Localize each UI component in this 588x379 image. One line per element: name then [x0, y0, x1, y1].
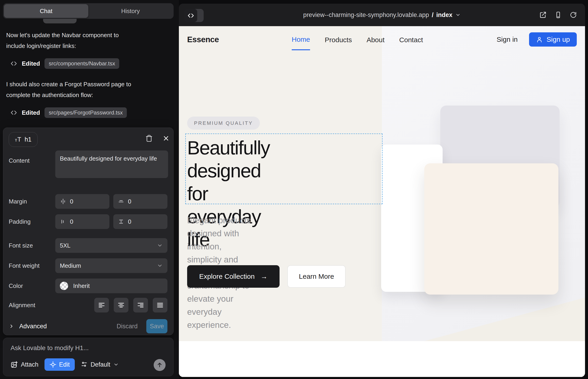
file-chip[interactable]: src/components/Navbar.tsx [45, 58, 119, 69]
file-chip[interactable]: src/pages/ForgotPassword.tsx [45, 107, 127, 118]
chat-message: Now let's update the Navbar component to… [6, 30, 171, 51]
attach-image-icon [11, 361, 18, 368]
padding-x-field[interactable] [55, 214, 109, 229]
open-external-button[interactable] [539, 11, 546, 19]
padding-x-input[interactable] [70, 218, 105, 225]
url-domain: preview--charming-site-symphony.lovable.… [303, 12, 429, 19]
mobile-view-button[interactable] [555, 11, 562, 19]
tab-history-label: History [121, 8, 140, 15]
prompt-input-card: Attach Edit Default [3, 338, 174, 376]
tab-history[interactable]: History [88, 4, 173, 18]
edited-label: Edited [22, 60, 40, 67]
decorative-wedge [424, 298, 585, 341]
edited-file-row[interactable]: Edited src/components/Navbar.tsx [10, 58, 171, 69]
sign-up-label: Sign up [546, 35, 570, 43]
chat-message-list: Now let's update the Navbar component to… [6, 30, 171, 128]
content-textarea[interactable]: Beautifully designed for everyday life [55, 151, 168, 178]
learn-more-button[interactable]: Learn More [287, 265, 346, 288]
font-size-select[interactable]: 5XL [55, 238, 167, 253]
user-icon [536, 36, 543, 43]
save-button[interactable]: Save [146, 319, 167, 333]
site-logo[interactable]: Essence [187, 35, 219, 44]
prompt-controls: Attach Edit Default [11, 358, 167, 371]
font-weight-label: Font weight [9, 262, 39, 269]
padding-vertical-icon [118, 218, 124, 225]
margin-x-field[interactable] [55, 194, 109, 209]
attach-label: Attach [21, 361, 39, 368]
color-select[interactable]: Inherit [55, 279, 167, 293]
sliders-icon [81, 361, 88, 368]
content-label: Content [9, 157, 30, 164]
font-size-label: Font size [9, 242, 33, 249]
margin-y-field[interactable] [113, 194, 167, 209]
type-icon: тT [15, 136, 21, 143]
site-lower-section [179, 341, 585, 377]
chevron-down-icon [157, 263, 163, 269]
padding-y-input[interactable] [128, 218, 163, 225]
align-justify-button[interactable] [153, 298, 167, 313]
nav-link-home[interactable]: Home [292, 29, 310, 50]
padding-y-field[interactable] [113, 214, 167, 229]
edit-mode-button[interactable]: Edit [45, 358, 75, 371]
advanced-label: Advanced [19, 323, 47, 330]
padding-label: Padding [9, 218, 31, 225]
toolbar-actions [539, 4, 577, 26]
mode-label: Default [91, 361, 110, 368]
align-left-button[interactable] [94, 298, 109, 313]
chat-history-tabbar: Chat History [3, 3, 174, 19]
refresh-button[interactable] [570, 11, 577, 19]
margin-x-input[interactable] [70, 198, 105, 205]
font-weight-select[interactable]: Medium [55, 258, 167, 273]
chat-message: I should also create a Forgot Password p… [6, 79, 171, 100]
attach-button[interactable]: Attach [11, 361, 39, 368]
sign-in-link[interactable]: Sign in [497, 35, 518, 43]
margin-horizontal-icon [60, 198, 66, 205]
edited-label: Edited [22, 109, 40, 116]
hero-section: Essence Home Products About Contact Sign… [179, 26, 585, 341]
nav-link-products[interactable]: Products [325, 29, 352, 50]
sign-up-button[interactable]: Sign up [529, 32, 577, 47]
chevron-down-icon [455, 12, 461, 18]
site-canvas: Essence Home Products About Contact Sign… [179, 26, 585, 377]
chevron-down-icon [157, 242, 163, 249]
preview-url-bar[interactable]: preview--charming-site-symphony.lovable.… [179, 4, 585, 26]
alignment-label: Alignment [9, 302, 35, 309]
align-right-button[interactable] [133, 298, 148, 313]
color-value: Inherit [73, 283, 90, 289]
premium-quality-badge: PREMIUM QUALITY [187, 117, 260, 130]
delete-element-button[interactable] [144, 133, 154, 143]
prompt-input[interactable] [11, 344, 157, 352]
nav-actions: Sign in Sign up [497, 32, 577, 47]
scrolled-file-chip [43, 19, 77, 23]
margin-y-input[interactable] [128, 198, 163, 205]
color-value-wrap: Inherit [60, 282, 90, 290]
code-icon [10, 109, 17, 116]
tab-chat[interactable]: Chat [4, 4, 88, 18]
margin-vertical-icon [118, 198, 124, 205]
chat-panel: Chat History Now let's update the Navbar… [0, 0, 179, 379]
explore-collection-button[interactable]: Explore Collection → [187, 265, 279, 288]
url-page: index [436, 12, 452, 19]
color-label: Color [9, 283, 23, 289]
arrow-right-icon: → [261, 272, 267, 280]
element-tag-label: h1 [25, 136, 31, 143]
close-editor-button[interactable] [161, 133, 171, 143]
lovable-app: Chat History Now let's update the Navbar… [0, 0, 588, 379]
target-icon [49, 361, 56, 368]
preview-toolbar: preview--charming-site-symphony.lovable.… [179, 4, 585, 26]
element-editor-panel: тT h1 Content Beautifully designed for e… [3, 127, 174, 335]
mode-dropdown[interactable]: Default [81, 361, 119, 368]
selected-element-tag: тT h1 [9, 132, 38, 147]
send-button[interactable] [154, 359, 166, 371]
advanced-toggle[interactable]: Advanced [9, 323, 47, 330]
nav-links: Home Products About Contact [292, 29, 423, 50]
nav-link-contact[interactable]: Contact [399, 29, 423, 50]
discard-button[interactable]: Discard [117, 323, 138, 330]
decorative-card-cream [424, 163, 558, 295]
color-swatch [60, 282, 68, 290]
margin-label: Margin [9, 198, 27, 205]
nav-link-about[interactable]: About [367, 29, 384, 50]
align-center-button[interactable] [114, 298, 128, 313]
edit-label: Edit [59, 361, 70, 368]
edited-file-row[interactable]: Edited src/pages/ForgotPassword.tsx [10, 107, 171, 118]
